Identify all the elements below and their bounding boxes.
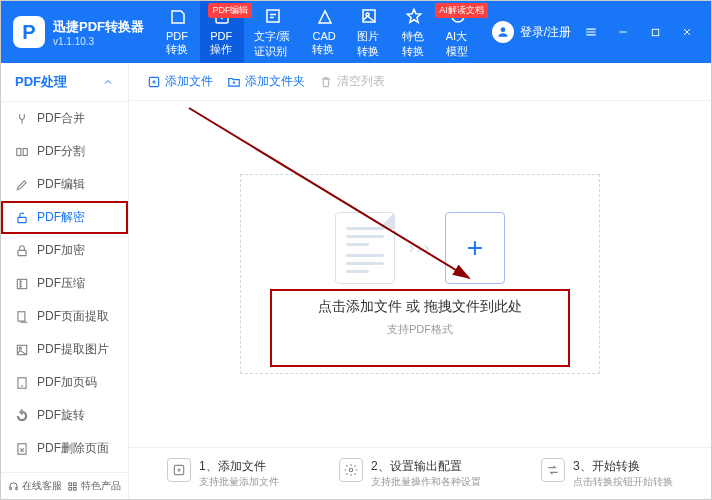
rotate-icon (15, 409, 29, 423)
cad-icon (315, 7, 335, 27)
sidebar-item-label: PDF旋转 (37, 407, 85, 424)
grid-icon (67, 481, 78, 492)
svg-rect-19 (69, 487, 72, 490)
step-sub: 点击转换按钮开始转换 (573, 475, 673, 489)
minimize-button[interactable] (611, 20, 635, 44)
sidebar-item-extract-page[interactable]: PDF页面提取 (1, 300, 128, 333)
compress-icon (15, 277, 29, 291)
svg-rect-20 (74, 487, 77, 490)
menu-button[interactable] (579, 20, 603, 44)
sidebar-item-split[interactable]: PDF分割 (1, 135, 128, 168)
svg-rect-8 (23, 148, 27, 155)
plus-icon: + (445, 212, 505, 284)
headset-icon (8, 481, 19, 492)
sidebar-item-extract-image[interactable]: PDF提取图片 (1, 333, 128, 366)
close-button[interactable] (675, 20, 699, 44)
tab-ocr[interactable]: 文字/票证识别 (244, 1, 302, 63)
split-icon (15, 145, 29, 159)
step-title: 2、设置输出配置 (371, 458, 481, 475)
sidebar-item-encrypt[interactable]: PDF加密 (1, 234, 128, 267)
products-button[interactable]: 特色产品 (67, 479, 121, 493)
sidebar-item-decrypt[interactable]: PDF解密 (1, 201, 128, 234)
tab-label: 图片转换 (357, 29, 381, 59)
extract-page-icon (15, 310, 29, 324)
sidebar-item-pagenumber[interactable]: PDF加页码 (1, 366, 128, 399)
tab-ai[interactable]: AI解读文档 AI大模型 (436, 1, 480, 63)
trash-icon (319, 75, 333, 89)
svg-rect-12 (18, 311, 25, 320)
sidebar-item-label: PDF加页码 (37, 374, 97, 391)
maximize-button[interactable] (643, 20, 667, 44)
login-button[interactable]: 登录/注册 (492, 21, 571, 43)
step-add-icon (167, 458, 191, 482)
sidebar-item-label: PDF页面提取 (37, 308, 109, 325)
add-folder-label: 添加文件夹 (245, 73, 305, 90)
tab-label: PDF转换 (166, 30, 190, 57)
sidebar-item-label: PDF删除页面 (37, 440, 109, 457)
svg-point-14 (19, 347, 21, 349)
sidebar-item-read[interactable]: PDF阅读 (1, 465, 128, 472)
chevron-up-icon (102, 76, 114, 88)
sidebar-item-label: PDF分割 (37, 143, 85, 160)
svg-rect-18 (74, 482, 77, 485)
unlock-icon (15, 211, 29, 225)
add-folder-button[interactable]: 添加文件夹 (227, 73, 305, 90)
add-file-label: 添加文件 (165, 73, 213, 90)
edit-icon (15, 178, 29, 192)
drop-main-text: 点击添加文件 或 拖拽文件到此处 (318, 298, 522, 316)
step-settings-icon (339, 458, 363, 482)
svg-rect-16 (18, 443, 26, 454)
convert-icon (168, 7, 188, 27)
extract-image-icon (15, 343, 29, 357)
svg-point-24 (349, 468, 353, 472)
document-icon (335, 212, 395, 284)
support-button[interactable]: 在线客服 (8, 479, 62, 493)
tab-label: AI大模型 (446, 29, 470, 59)
sidebar-item-label: PDF解密 (37, 209, 85, 226)
login-label: 登录/注册 (520, 24, 571, 41)
step-title: 1、添加文件 (199, 458, 279, 475)
ocr-icon (263, 6, 283, 26)
step-title: 3、开始转换 (573, 458, 673, 475)
step-sub: 支持批量操作和各种设置 (371, 475, 481, 489)
tab-label: CAD转换 (312, 30, 337, 57)
star-icon (404, 6, 424, 26)
sidebar-item-delete-page[interactable]: PDF删除页面 (1, 432, 128, 465)
drop-zone[interactable]: ››› + 点击添加文件 或 拖拽文件到此处 支持PDF格式 (240, 174, 600, 374)
arrow-dots-icon: ››› (409, 239, 431, 257)
tab-cad[interactable]: CAD转换 (302, 1, 347, 63)
sidebar-item-label: PDF提取图片 (37, 341, 109, 358)
sidebar-item-label: PDF编辑 (37, 176, 85, 193)
svg-rect-9 (18, 217, 26, 222)
tab-label: 特色转换 (402, 29, 426, 59)
sidebar-item-label: PDF加密 (37, 242, 85, 259)
clear-list-label: 清空列表 (337, 73, 385, 90)
sidebar-item-edit[interactable]: PDF编辑 (1, 168, 128, 201)
svg-point-5 (500, 27, 505, 32)
add-folder-icon (227, 75, 241, 89)
clear-list-button[interactable]: 清空列表 (319, 73, 385, 90)
tab-label: 文字/票证识别 (254, 29, 292, 59)
svg-rect-15 (18, 377, 26, 388)
tab-pdf-convert[interactable]: PDF转换 (156, 1, 200, 63)
app-header: P 迅捷PDF转换器 v1.1.10.3 PDF转换 PDF编辑 PDF操作 文… (1, 1, 711, 63)
avatar-icon (492, 21, 514, 43)
tab-image[interactable]: 图片转换 (347, 1, 391, 63)
step-2: 2、设置输出配置支持批量操作和各种设置 (339, 458, 481, 489)
svg-rect-6 (652, 29, 658, 35)
merge-icon (15, 112, 29, 126)
sidebar-item-rotate[interactable]: PDF旋转 (1, 399, 128, 432)
pagenumber-icon (15, 376, 29, 390)
sidebar-header[interactable]: PDF处理 (1, 63, 128, 102)
logo-area: P 迅捷PDF转换器 v1.1.10.3 (1, 16, 156, 48)
add-file-icon (147, 75, 161, 89)
add-file-button[interactable]: 添加文件 (147, 73, 213, 90)
tab-pdf-operate[interactable]: PDF编辑 PDF操作 (200, 1, 244, 63)
tab-label: PDF操作 (210, 30, 234, 57)
app-logo-icon: P (13, 16, 45, 48)
svg-rect-17 (69, 482, 72, 485)
svg-rect-7 (17, 148, 21, 155)
sidebar-item-merge[interactable]: PDF合并 (1, 102, 128, 135)
sidebar-item-compress[interactable]: PDF压缩 (1, 267, 128, 300)
tab-special[interactable]: 特色转换 (392, 1, 436, 63)
